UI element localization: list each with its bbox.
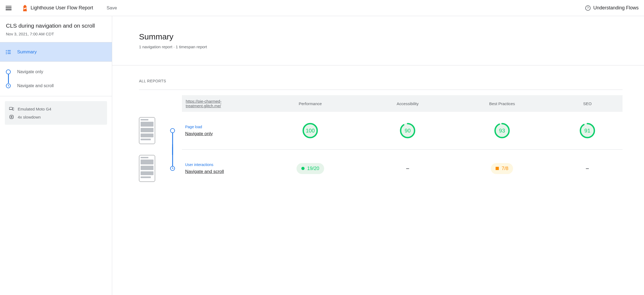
screenshot-thumbnail[interactable] [139, 155, 155, 182]
navigation-marker-icon [6, 69, 11, 74]
svg-rect-0 [9, 107, 12, 109]
table-row: Page load Navigate only 100 90 93 91 [139, 112, 623, 149]
screenshot-thumbnail[interactable] [139, 117, 155, 144]
environment-block: Emulated Moto G4 4x slowdown [5, 101, 107, 125]
svg-rect-4 [11, 116, 12, 118]
menu-icon[interactable] [5, 5, 12, 11]
average-square-icon [496, 167, 499, 170]
understanding-flows-link[interactable]: ? Understanding Flows [585, 5, 639, 11]
flow-title: CLS during navigation and on scroll [6, 23, 106, 29]
svg-rect-1 [9, 109, 13, 110]
gauge-performance[interactable]: 100 [302, 123, 318, 139]
flow-date: Nov 3, 2021, 7:00 AM CDT [6, 32, 106, 36]
help-icon: ? [585, 5, 591, 11]
save-button[interactable]: Save [107, 5, 117, 11]
env-cpu-label: 4x slowdown [18, 115, 41, 119]
step-name-link[interactable]: Navigate only [185, 131, 254, 137]
step-type-label: User interactions [185, 163, 254, 167]
url-header[interactable]: https://pie-charmed-treatment.glitch.me/ [182, 95, 257, 112]
step-type-label: Page load [185, 125, 254, 129]
all-reports-label: ALL REPORTS [112, 65, 644, 90]
main-content: Summary 1 navigation report · 1 timespan… [112, 16, 644, 295]
step-name-link[interactable]: Navigate and scroll [185, 169, 254, 174]
timespan-marker-icon [170, 166, 175, 171]
summary-icon [6, 50, 11, 54]
page-subtitle: 1 navigation report · 1 timespan report [139, 45, 644, 49]
sidebar-header: CLS during navigation and on scroll Nov … [0, 16, 112, 42]
main-header: Summary 1 navigation report · 1 timespan… [112, 16, 644, 65]
sidebar-steps: Navigate only Navigate and scroll [0, 62, 112, 96]
col-seo: SEO [552, 95, 623, 112]
svg-rect-2 [13, 108, 14, 110]
sidebar-step-navigate-only[interactable]: Navigate only [6, 67, 106, 77]
topbar: Lighthouse User Flow Report Save ? Under… [0, 0, 644, 16]
dash-seo: – [586, 165, 589, 172]
gauge-seo[interactable]: 91 [579, 123, 595, 139]
timespan-marker-icon [6, 83, 11, 88]
env-cpu: 4x slowdown [9, 113, 103, 121]
sidebar-item-summary[interactable]: Summary [0, 42, 112, 62]
reports-table: https://pie-charmed-treatment.glitch.me/… [139, 95, 623, 187]
sidebar-step-navigate-and-scroll[interactable]: Navigate and scroll [6, 81, 106, 91]
dash-accessibility: – [406, 165, 409, 172]
page-title: Summary [139, 32, 644, 41]
gauge-accessibility[interactable]: 90 [400, 123, 416, 139]
env-device-label: Emulated Moto G4 [18, 107, 51, 111]
sidebar-step-label: Navigate only [17, 69, 43, 74]
sidebar: CLS during navigation and on scroll Nov … [0, 16, 112, 295]
col-accessibility: Accessibility [363, 95, 452, 112]
env-device: Emulated Moto G4 [9, 105, 103, 113]
device-icon [9, 106, 14, 111]
sidebar-step-label: Navigate and scroll [17, 83, 54, 88]
col-performance: Performance [257, 95, 363, 112]
table-header-row: https://pie-charmed-treatment.glitch.me/… [139, 95, 623, 112]
pass-circle-icon [301, 167, 305, 170]
table-row: User interactions Navigate and scroll 19… [139, 150, 623, 187]
navigation-marker-icon [170, 128, 175, 133]
cpu-icon [9, 115, 14, 119]
gauge-best-practices[interactable]: 93 [494, 123, 510, 139]
understanding-flows-label: Understanding Flows [593, 5, 639, 11]
lighthouse-logo-icon [23, 5, 27, 11]
col-best-practices: Best Practices [452, 95, 552, 112]
sidebar-summary-label: Summary [17, 49, 37, 55]
pill-performance[interactable]: 19/20 [297, 163, 324, 174]
app-title: Lighthouse User Flow Report [31, 5, 93, 11]
pill-best-practices[interactable]: 7/8 [491, 163, 513, 174]
